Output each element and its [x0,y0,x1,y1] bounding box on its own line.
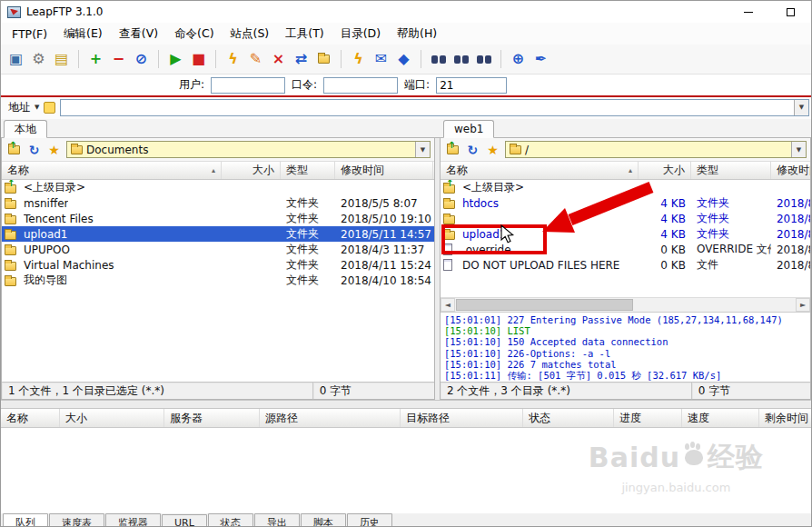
file-row[interactable]: ↑<上级目录> [2,180,434,195]
menu-item[interactable]: FTP(F) [4,25,55,44]
delete-icon[interactable]: × [268,49,289,70]
scrollbar-track[interactable] [455,298,796,312]
sync-folders-icon[interactable] [313,49,334,70]
menu-item[interactable]: 编辑(E) [55,24,111,45]
queue-column-header[interactable]: 速度 [682,409,759,427]
queue-column-header[interactable]: 进度 [614,409,682,427]
start-transfer-icon[interactable]: ▶ [165,49,186,70]
scroll-right-icon[interactable]: ► [796,298,810,312]
port-input[interactable] [436,77,507,94]
parent-folder-icon[interactable]: ↑ [5,142,23,158]
column-header[interactable]: 大小 [639,162,691,179]
queue-tab[interactable]: 监视器 [105,513,161,526]
disconnect-icon[interactable]: ⊘ [131,49,152,70]
folder-icon [5,197,20,209]
column-header[interactable]: 修改时间 [335,162,433,179]
add-site-icon[interactable]: + [85,49,106,70]
column-header[interactable]: 名称▴ [441,162,639,179]
script-icon[interactable]: ✒ [530,49,551,70]
menu-item[interactable]: 查看(V) [111,24,166,45]
queue-tab[interactable]: 速度表 [49,513,104,526]
queue-tab[interactable]: 脚本 [301,513,346,526]
refresh-icon[interactable]: ↻ [25,142,43,158]
watermark-url: jingyan.baidu.com [589,481,764,494]
queue-tab[interactable]: URL [162,514,207,526]
queue-column-header[interactable]: 服务器 [164,409,260,427]
file-row[interactable]: upload1文件夹2018/5/11 14:57 [2,226,434,242]
queue-column-header[interactable]: 状态 [523,409,614,427]
process-queue-icon[interactable]: ϟ [348,49,369,70]
stop-transfer-icon[interactable]: ■ [188,49,209,70]
column-header[interactable]: 类型 [691,162,771,179]
queue-tab[interactable]: 历史 [347,513,392,526]
file-row[interactable]: htdocs4 KB文件夹2018/8 [441,195,810,211]
notepad-icon[interactable]: ▤ [51,49,72,70]
tab-remote[interactable]: web1 [443,120,494,138]
column-header[interactable]: 修改时间 [771,162,810,179]
file-row[interactable]: Tencent Files文件夹2018/5/10 19:10 [2,211,434,226]
password-label: 口令: [292,77,317,93]
minimize-button[interactable] [728,1,769,23]
address-tag-icon[interactable] [44,102,55,114]
queue-column-header[interactable]: 剩余时间 [759,409,811,427]
scrollbar-thumb[interactable] [456,299,633,311]
file-row[interactable]: 我的导图文件夹2018/4/10 18:54 [2,273,434,288]
address-caret-icon[interactable]: ▼ [35,104,39,111]
username-input[interactable] [211,77,285,94]
find-icon[interactable] [428,49,449,70]
menu-item[interactable]: 站点(S) [223,24,278,45]
file-icon [443,259,459,271]
file-row[interactable]: upload14 KB文件夹2018/8 [441,226,810,242]
scroll-left-icon[interactable]: ◄ [441,298,455,312]
dropdown-arrow-icon[interactable]: ▼ [791,142,806,157]
menu-item[interactable]: 帮助(H) [389,24,445,45]
queue-column-header[interactable]: 目标路径 [401,409,523,427]
file-row[interactable]: DO NOT UPLOAD FILES HERE0 KB文件2018/8 [441,257,810,273]
queue-column-header[interactable]: 源路径 [260,409,401,427]
file-row[interactable]: .override0 KBOVERRIDE 文件2018/8 [441,242,810,257]
parent-folder-icon[interactable]: ↑ [444,142,461,158]
queue-tab[interactable]: 队列 [3,513,48,526]
quick-connect-icon[interactable]: ϟ [223,49,243,70]
address-combobox[interactable]: ▼ [60,99,809,116]
folder-icon [5,244,20,255]
log-line: [15:01:11] 传输: [501 字节] 0.015 秒 [32.617 … [444,370,807,381]
file-row[interactable]: ↑<上级目录> [441,180,810,195]
mail-icon[interactable]: ✉ [371,49,391,70]
tab-local[interactable]: 本地 [4,120,47,138]
dropdown-arrow-icon[interactable]: ▼ [794,100,808,115]
queue-splitter[interactable] [1,400,811,409]
remote-path-combobox[interactable]: / ▼ [505,141,807,158]
connect-icon[interactable]: ▣ [5,49,26,70]
schedule-icon[interactable]: ◆ [393,49,414,70]
dropdown-arrow-icon[interactable]: ▼ [415,142,430,157]
password-input[interactable] [323,77,398,94]
queue-tab[interactable]: 导出 [254,513,300,526]
queue-column-header[interactable]: 大小 [60,409,164,427]
file-row[interactable]: msniffer文件夹2018/5/5 8:07 [2,195,434,211]
menu-item[interactable]: 工具(T) [277,24,332,45]
queue-column-header[interactable]: 名称 [1,409,60,427]
remove-site-icon[interactable]: − [108,49,129,70]
find-prev-icon[interactable] [473,49,494,70]
file-row[interactable]: 4 KB文件夹2018/8 [441,211,810,226]
edit-icon[interactable]: ✎ [245,49,266,70]
local-path-combobox[interactable]: Documents ▼ [66,141,431,158]
bookmarks-icon[interactable]: ★ [45,142,63,158]
file-row[interactable]: Virtual Machines文件夹2018/4/11 15:24 [2,257,434,273]
maximize-button[interactable] [769,1,811,23]
file-row[interactable]: UPUPOO文件夹2018/4/3 11:37 [2,242,434,257]
column-header[interactable]: 名称▴ [2,162,222,179]
find-next-icon[interactable] [451,49,471,70]
transfer-mode-icon[interactable]: ⇄ [291,49,312,70]
site-manager-icon[interactable]: ⚙ [28,49,49,70]
bookmarks-icon[interactable]: ★ [484,142,501,158]
menu-item[interactable]: 目录(D) [332,24,389,45]
web-browser-icon[interactable]: ⊕ [508,49,529,70]
column-header[interactable]: 大小 [222,162,281,179]
queue-tab[interactable]: 状态 [208,513,253,526]
column-header[interactable]: 类型 [281,162,335,179]
refresh-icon[interactable]: ↻ [464,142,481,158]
remote-horizontal-scrollbar[interactable]: ◄ ► [441,297,810,312]
menu-item[interactable]: 命令(C) [166,24,222,45]
